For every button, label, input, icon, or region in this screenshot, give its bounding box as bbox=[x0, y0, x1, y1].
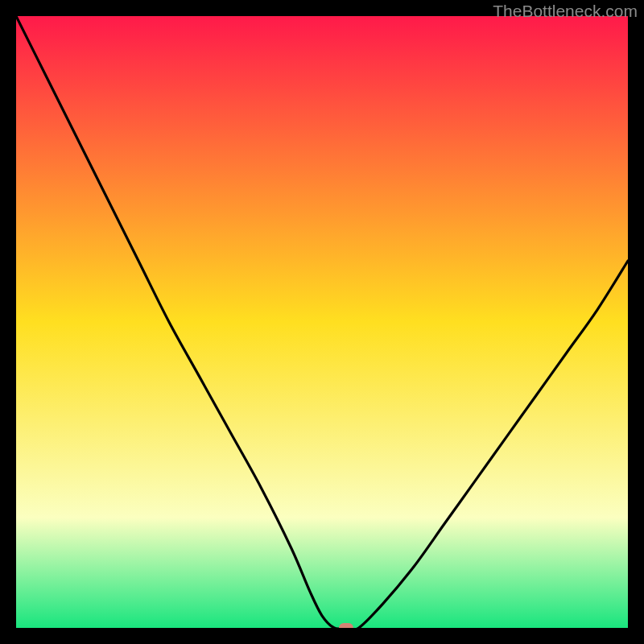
watermark-text: TheBottleneck.com bbox=[493, 2, 638, 21]
plot-area bbox=[16, 16, 628, 628]
bottleneck-curve bbox=[16, 16, 628, 628]
optimal-marker bbox=[339, 623, 353, 628]
chart-frame: TheBottleneck.com bbox=[0, 0, 644, 644]
